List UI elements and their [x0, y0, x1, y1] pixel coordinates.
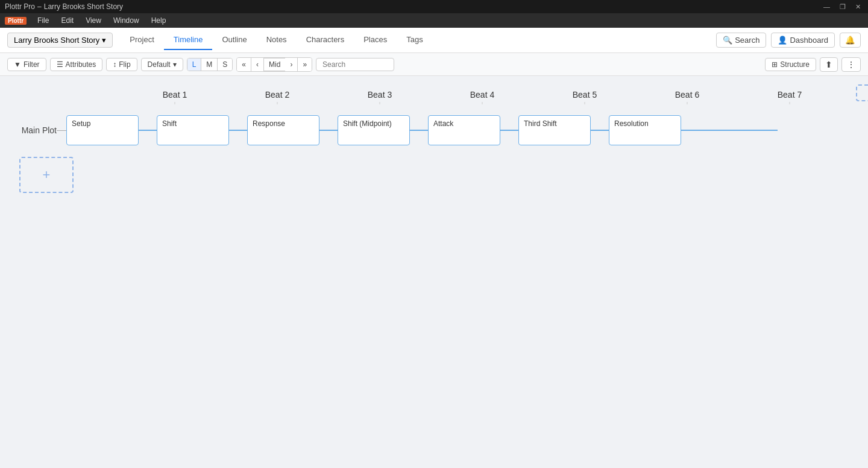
- beat-label-3: Beat 3: [368, 90, 392, 100]
- menu-help[interactable]: Help: [146, 15, 171, 26]
- app-name: Plottr Pro: [5, 2, 35, 11]
- filter-icon: ▼: [14, 60, 21, 69]
- nav-prev-button[interactable]: ‹: [251, 58, 264, 71]
- beat-label-5: Beat 5: [573, 90, 597, 100]
- connector-2-3: [229, 130, 247, 131]
- main-toolbar: Larry Brooks Short Story ▾ Project Timel…: [0, 28, 868, 53]
- maximize-button[interactable]: ❐: [837, 3, 848, 11]
- app-logo[interactable]: Plottr: [5, 17, 27, 25]
- menubar: Plottr File Edit View Window Help: [0, 13, 868, 28]
- scene-card-shift[interactable]: Shift: [157, 115, 229, 145]
- scene-card-attack[interactable]: Attack: [428, 115, 500, 145]
- tab-tags[interactable]: Tags: [397, 30, 432, 50]
- beat-header-2: Beat 2: [235, 78, 319, 104]
- tab-notes[interactable]: Notes: [257, 30, 297, 50]
- flip-icon: ↕: [113, 60, 116, 69]
- beat-label-6: Beat 6: [675, 90, 699, 100]
- tab-outline[interactable]: Outline: [212, 30, 256, 50]
- connector-6-7: [591, 130, 609, 131]
- menu-edit[interactable]: Edit: [56, 15, 78, 26]
- rows-area: Main Plot Setup Shift Response: [0, 106, 868, 195]
- main-plot-label-text: Main Plot: [22, 125, 57, 135]
- add-plot-icon: +: [43, 167, 51, 183]
- beat-header-1: Beat 1: [133, 78, 217, 104]
- size-large-button[interactable]: L: [187, 58, 202, 71]
- notifications-button[interactable]: 🔔: [840, 33, 861, 48]
- beat-header-4: Beat 4: [440, 78, 524, 104]
- tab-project[interactable]: Project: [120, 30, 163, 50]
- structure-label: Structure: [780, 60, 810, 69]
- scene-card-response[interactable]: Response: [247, 115, 319, 145]
- attributes-button[interactable]: ☰ Attributes: [50, 58, 103, 71]
- tab-characters[interactable]: Characters: [297, 30, 354, 50]
- search-label: Search: [735, 36, 760, 45]
- add-beat-button[interactable]: +: [856, 84, 868, 101]
- filter-button[interactable]: ▼ Filter: [7, 58, 46, 71]
- menu-view[interactable]: View: [81, 15, 106, 26]
- beat-label-2: Beat 2: [265, 90, 289, 100]
- more-options-button[interactable]: ⋮: [841, 57, 861, 72]
- filter-label: Filter: [24, 60, 40, 69]
- beat-label-4: Beat 4: [470, 90, 494, 100]
- nav-first-button[interactable]: «: [237, 58, 251, 71]
- scene-title-response: Response: [253, 119, 285, 128]
- share-icon: ⬆: [825, 60, 832, 69]
- attributes-icon: ☰: [57, 60, 63, 69]
- project-title-button[interactable]: Larry Brooks Short Story ▾: [7, 33, 113, 48]
- connector-5-6: [500, 130, 518, 131]
- nav-next-button[interactable]: ›: [285, 58, 298, 71]
- size-small-button[interactable]: S: [218, 58, 232, 71]
- structure-button[interactable]: ⊞ Structure: [765, 58, 816, 71]
- structure-icon: ⊞: [772, 60, 778, 69]
- add-plot-button[interactable]: +: [19, 157, 74, 193]
- scene-title-attack: Attack: [433, 119, 453, 128]
- beat-header-5: Beat 5: [542, 78, 627, 104]
- add-beat-column: +: [850, 76, 868, 106]
- navigation-buttons: « ‹ Mid › »: [236, 57, 312, 72]
- tab-places[interactable]: Places: [354, 30, 397, 50]
- toolbar-right: 🔍 Search 👤 Dashboard 🔔: [716, 33, 861, 48]
- dashboard-icon: 👤: [778, 36, 787, 45]
- connector-3-4: [319, 130, 338, 131]
- menu-window[interactable]: Window: [108, 15, 144, 26]
- nav-tabs: Project Timeline Outline Notes Character…: [120, 30, 432, 50]
- close-button[interactable]: ✕: [853, 3, 863, 11]
- dashboard-button[interactable]: 👤 Dashboard: [771, 33, 835, 48]
- menu-file[interactable]: File: [33, 15, 54, 26]
- scene-card-setup[interactable]: Setup: [66, 115, 139, 145]
- scene-card-shift-midpoint[interactable]: Shift (Midpoint): [338, 115, 410, 145]
- dashboard-label: Dashboard: [790, 36, 828, 45]
- beat-label-7: Beat 7: [778, 90, 802, 100]
- main-plot-connector: Setup Shift Response Shift (Midp: [66, 115, 778, 145]
- size-buttons: L M S: [187, 58, 233, 71]
- scene-title-shift-midpoint: Shift (Midpoint): [343, 119, 392, 128]
- timeline-search-input[interactable]: [316, 58, 394, 71]
- default-arrow: ▾: [173, 60, 177, 69]
- add-plot-row: +: [0, 154, 868, 195]
- search-icon: 🔍: [723, 36, 732, 45]
- project-name: Larry Brooks Short Story: [44, 2, 123, 11]
- minimize-button[interactable]: —: [821, 3, 832, 11]
- scene-title-shift: Shift: [162, 119, 177, 128]
- default-button[interactable]: Default ▾: [141, 58, 183, 71]
- title-separator: –: [37, 2, 42, 11]
- nav-mid-label: Mid: [264, 58, 285, 71]
- connector-4-5: [410, 130, 428, 131]
- connector-1-2: [139, 130, 157, 131]
- scene-title-third-shift: Third Shift: [524, 119, 557, 128]
- size-medium-button[interactable]: M: [201, 58, 218, 71]
- filterbar-right: ⊞ Structure ⬆ ⋮: [765, 57, 861, 72]
- share-button[interactable]: ⬆: [820, 57, 838, 72]
- search-button[interactable]: 🔍 Search: [716, 33, 766, 48]
- content-area: Beat 1 Beat 2 Beat 3 Beat 4 Beat 5: [0, 76, 868, 468]
- flip-button[interactable]: ↕ Flip: [106, 58, 137, 71]
- nav-last-button[interactable]: »: [298, 58, 312, 71]
- bell-icon: 🔔: [845, 36, 855, 45]
- scene-card-third-shift[interactable]: Third Shift: [518, 115, 591, 145]
- main-plot-label: Main Plot: [0, 125, 66, 135]
- attributes-label: Attributes: [66, 60, 96, 69]
- tab-timeline[interactable]: Timeline: [164, 30, 213, 50]
- scene-card-resolution[interactable]: Resolution: [609, 115, 681, 145]
- filterbar: ▼ Filter ☰ Attributes ↕ Flip Default ▾ L…: [0, 53, 868, 76]
- beat-header-3: Beat 3: [338, 78, 422, 104]
